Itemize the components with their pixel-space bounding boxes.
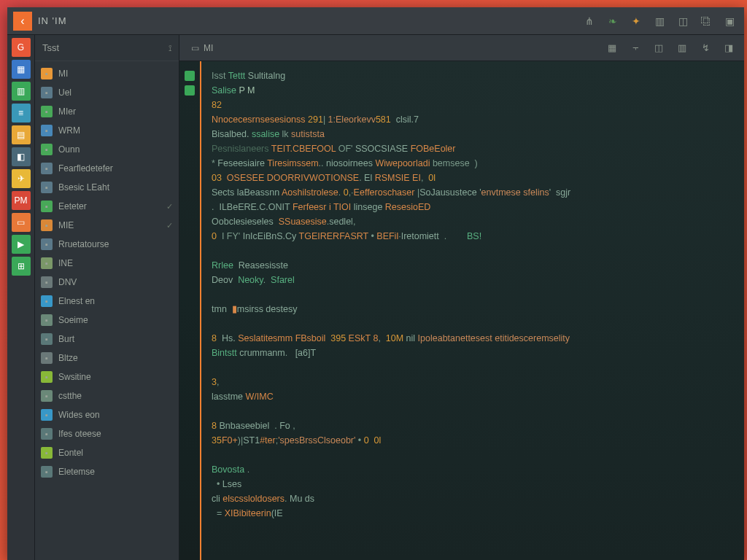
code-line: . ILBeERE.C.ONIT Ferfeesr i TIOI linsege… <box>212 200 734 214</box>
app-window: ‹ IN 'IM ⋔ ❧ ✦ ▥ ◫ ⿻ ▣ G▦▥≡▤◧✈PM▭▶⊞ Tsst… <box>7 7 744 560</box>
code-line: Rrlee Reasesisste <box>212 258 734 273</box>
file-tree: ▪MI▪Uel▪MIer▪WRM▪Ounn▪Fearfledetefer▪Bse… <box>35 61 179 560</box>
play-icon[interactable]: ▶ <box>12 235 31 254</box>
layout-icon[interactable]: ◫ <box>674 14 692 28</box>
gear-icon: ▪ <box>41 314 53 326</box>
editor-toolbar: ▭ MI ▦ ⫟ ◫ ▥ ↯ ◨ <box>179 35 744 61</box>
code-line: cli elscssloldosers. Mu ds <box>212 491 734 506</box>
code-line: Bisalbed. ssalise lk sutiststa <box>212 127 734 141</box>
code-line: 8 Hs. Seslatitesmm FBsboil 395 ESkT 8, 1… <box>212 331 734 346</box>
tree-item[interactable]: ▪INE <box>35 254 179 273</box>
square-icon: ▪ <box>41 371 53 383</box>
gutter-marker[interactable] <box>185 71 195 81</box>
box-icon[interactable]: ◧ <box>12 147 31 166</box>
side-icon[interactable]: ◨ <box>719 40 738 56</box>
code-line <box>212 244 734 258</box>
table-icon[interactable]: ⊞ <box>12 257 31 276</box>
tree-item[interactable]: ▪WRM <box>35 121 179 140</box>
code-line <box>212 360 734 375</box>
db-icon[interactable]: ≡ <box>12 104 31 122</box>
code-line <box>212 316 734 331</box>
tree-item[interactable]: ▪Wides eon <box>35 405 179 424</box>
tree-item[interactable]: ▪Elnest en <box>35 292 179 311</box>
term-icon: ▪ <box>41 333 53 345</box>
code-line: Isst Tettt Sultitalng <box>212 69 734 83</box>
sidebar-header[interactable]: Tsst ⟟ <box>35 35 179 61</box>
code-line: 3, <box>212 375 734 389</box>
leaf-icon[interactable]: ❧ <box>604 14 622 28</box>
tree-label: cstthe <box>58 391 82 401</box>
columns-icon[interactable]: ▥ <box>673 40 692 56</box>
tree-item[interactable]: ▪Uel <box>35 83 179 102</box>
tab-label: MI <box>204 43 213 53</box>
plane-icon[interactable]: ✈ <box>12 169 31 188</box>
tree-item[interactable]: ▪Eeteter✓ <box>35 197 179 216</box>
code-content[interactable]: Isst Tettt SultitalngSalise P M82Nnocece… <box>201 61 744 560</box>
sidebar: Tsst ⟟ ▪MI▪Uel▪MIer▪WRM▪Ounn▪Fearfledete… <box>35 35 179 560</box>
grid-icon[interactable]: ▤ <box>12 125 31 144</box>
code-line: Oobclesieseles SSuasesise.sedlel, <box>212 214 734 229</box>
tree-item[interactable]: ▪Fearfledetefer <box>35 159 179 178</box>
box-icon: ▪ <box>41 409 53 421</box>
tree-item[interactable]: ▪Eontel <box>35 443 179 462</box>
file-icon: ▪ <box>41 106 53 117</box>
tree-label: MIE <box>58 220 74 230</box>
tree-item[interactable]: ▪Soeime <box>35 311 179 330</box>
tree-label: Fearfledetefer <box>58 163 113 174</box>
tree-item[interactable]: ▪Ounn <box>35 140 179 159</box>
tree-item[interactable]: ▪Bltze <box>35 349 179 368</box>
tree-label: MIer <box>58 106 76 117</box>
graph-icon[interactable]: ⿻ <box>697 14 715 28</box>
sidebar-title: Tsst <box>42 42 59 53</box>
back-button[interactable]: ‹ <box>13 12 32 31</box>
tag-pm[interactable]: PM <box>12 191 31 210</box>
tree-item[interactable]: ▪cstthe <box>35 386 179 405</box>
tree-item[interactable]: ▪Rruetatourse <box>35 235 179 254</box>
gutter-marker[interactable] <box>185 85 195 96</box>
tree-item[interactable]: ▪Swsitine <box>35 368 179 386</box>
tree-item[interactable]: ▪Burt <box>35 330 179 349</box>
editor-tab[interactable]: ▭ MI <box>185 39 219 57</box>
layout-icon[interactable]: ◫ <box>649 40 668 56</box>
star-icon[interactable]: ✦ <box>627 14 645 28</box>
code-line: 8 Bnbaseebiel . Fo , <box>212 419 734 433</box>
file-icon[interactable]: ▭ <box>12 213 31 232</box>
code-line <box>212 448 734 462</box>
tree-item[interactable]: ▪Bsesic LEaht <box>35 178 179 197</box>
tree-item[interactable]: ▪DNV <box>35 273 179 292</box>
code-line: Nnocecesrnsesesionss 291| 1:Eleorkevv581… <box>212 112 734 127</box>
code-line: • Lses <box>212 477 734 491</box>
tree-label: Eeteter <box>58 201 87 211</box>
tree-item[interactable]: ▪Ifes oteese <box>35 424 179 443</box>
panel-icon[interactable]: ▥ <box>651 14 668 28</box>
split-icon[interactable]: ⫟ <box>626 40 645 56</box>
tree-item[interactable]: ▪MIer <box>35 102 179 121</box>
code-line: 35F0+)|ST1#ter;'spesBrssClsoeobr' • 0 0l <box>212 433 734 448</box>
code-line <box>212 404 734 419</box>
wave-icon: ▪ <box>41 257 53 269</box>
tree-item[interactable]: ▪Eletemse <box>35 462 179 481</box>
tree-label: Swsitine <box>58 372 91 382</box>
tree-label: Eontel <box>58 448 83 458</box>
code-line: Pesnislaneers TEIT.CBEFOOL OF' SSOCSIASE… <box>212 141 734 156</box>
pin-icon[interactable]: ⟟ <box>169 43 171 53</box>
close-icon[interactable]: ▣ <box>721 14 738 28</box>
doc-icon[interactable]: ▦ <box>12 60 31 79</box>
code-line: Bovosta . <box>212 462 734 477</box>
wrench-icon[interactable]: ↯ <box>696 40 715 56</box>
tree-item[interactable]: ▪MI <box>35 64 179 83</box>
check-icon: ✓ <box>166 202 173 211</box>
tree-label: Elnest en <box>58 296 95 306</box>
share-icon[interactable]: ⋔ <box>581 14 598 28</box>
code-line: lasstme W/IMC <box>212 389 734 404</box>
panel-icon[interactable]: ▦ <box>603 40 622 56</box>
tree-item[interactable]: ▪MIE✓ <box>35 216 179 235</box>
chip-icon[interactable]: ▥ <box>12 82 31 101</box>
logo-g[interactable]: G <box>12 38 31 57</box>
check-icon: ✓ <box>166 221 173 230</box>
code-editor[interactable]: Isst Tettt SultitalngSalise P M82Nnocece… <box>179 61 744 560</box>
file-icon: ▭ <box>191 43 199 53</box>
activity-bar: G▦▥≡▤◧✈PM▭▶⊞ <box>7 35 35 560</box>
tree-label: Rruetatourse <box>58 239 109 249</box>
tree-label: Bltze <box>58 353 78 363</box>
